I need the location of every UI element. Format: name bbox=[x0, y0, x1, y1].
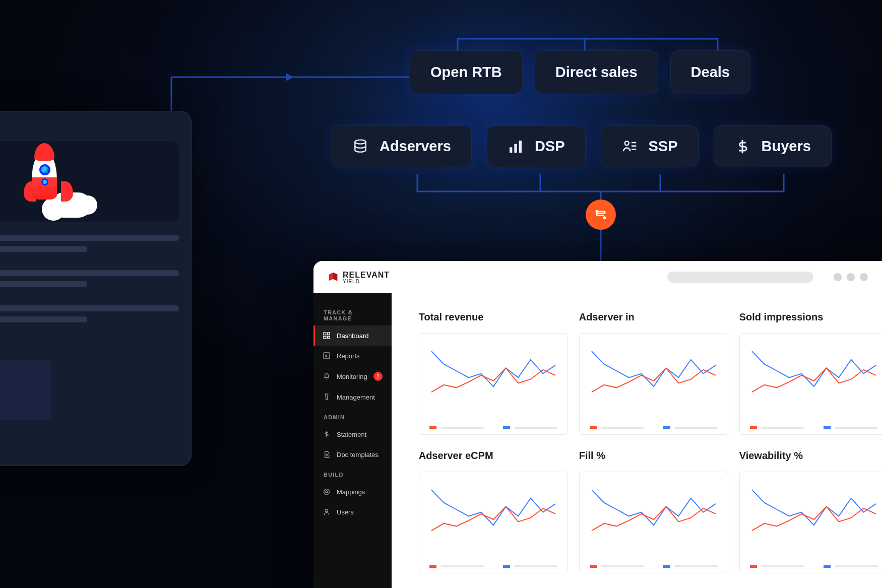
pill-label: SSP bbox=[649, 138, 678, 155]
svg-rect-11 bbox=[324, 333, 326, 335]
pill-label: Buyers bbox=[762, 138, 811, 155]
kpi-card[interactable] bbox=[739, 333, 882, 435]
dashboard-window: RELEVANT YIELD TRACK & MANAGE Dashboard … bbox=[313, 261, 882, 588]
svg-rect-13 bbox=[324, 336, 326, 339]
kpi-card[interactable] bbox=[739, 472, 882, 573]
sidebar-item-label: Reports bbox=[337, 352, 360, 360]
svg-point-19 bbox=[325, 509, 328, 512]
card-title: Viewability % bbox=[739, 450, 882, 462]
integration-hub-icon bbox=[586, 200, 616, 230]
brand-mark-icon bbox=[328, 272, 339, 283]
flashlight-icon bbox=[323, 393, 331, 401]
sidebar-section-heading: BUILD bbox=[313, 465, 392, 482]
spark-chart bbox=[429, 479, 557, 562]
addressbar-placeholder bbox=[667, 272, 813, 283]
sidebar-item-mappings[interactable]: Mappings bbox=[313, 482, 392, 502]
brand-logo: RELEVANT YIELD bbox=[328, 271, 390, 284]
person-list-icon bbox=[621, 139, 638, 155]
bar-chart-icon bbox=[508, 139, 524, 155]
spark-chart bbox=[429, 341, 557, 423]
card-legend bbox=[590, 565, 718, 568]
pill-label: Adservers bbox=[380, 138, 451, 155]
card-title: Total revenue bbox=[419, 311, 568, 323]
pill-direct-sales: Direct sales bbox=[535, 50, 658, 94]
dashboard-content: Total revenue Adserver in Sold impressio… bbox=[392, 293, 882, 588]
sidebar-item-reports[interactable]: Reports bbox=[313, 346, 392, 366]
svg-rect-12 bbox=[327, 333, 330, 335]
brand-main: RELEVANT bbox=[343, 271, 390, 279]
card-legend bbox=[750, 565, 878, 568]
grid-icon bbox=[323, 332, 331, 340]
card-legend bbox=[750, 426, 878, 429]
card-legend bbox=[429, 565, 557, 568]
card-legend bbox=[590, 426, 718, 429]
pill-buyers: Buyers bbox=[714, 125, 832, 167]
sidebar: TRACK & MANAGE Dashboard Reports Monitor… bbox=[313, 293, 392, 588]
kpi-card[interactable] bbox=[579, 472, 728, 573]
svg-point-10 bbox=[603, 216, 606, 219]
pill-deals: Deals bbox=[670, 50, 750, 94]
rocket-illustration bbox=[13, 146, 83, 217]
window-controls bbox=[834, 273, 868, 281]
svg-point-4 bbox=[624, 141, 628, 145]
sidebar-item-monitoring[interactable]: Monitoring 2 bbox=[313, 366, 392, 387]
sidebar-item-label: Dashboard bbox=[337, 332, 369, 340]
card-title: Adserver eCPM bbox=[419, 450, 568, 462]
svg-point-18 bbox=[326, 491, 328, 493]
window-header: RELEVANT YIELD bbox=[313, 261, 882, 293]
kpi-card[interactable] bbox=[419, 472, 568, 573]
spark-chart bbox=[590, 341, 718, 423]
pill-adservers: Adservers bbox=[332, 125, 472, 167]
document-icon bbox=[323, 450, 331, 459]
spark-chart bbox=[750, 479, 878, 562]
sidebar-item-label: Monitoring bbox=[337, 373, 367, 380]
sidebar-item-dashboard[interactable]: Dashboard bbox=[313, 325, 392, 346]
dollar-icon bbox=[734, 139, 750, 155]
dollar-icon bbox=[323, 430, 331, 438]
sidebar-item-label: Statement bbox=[337, 431, 366, 438]
pill-open-rtb: Open RTB bbox=[410, 50, 523, 94]
brand-sub: YIELD bbox=[343, 280, 390, 284]
sidebar-section-heading: TRACK & MANAGE bbox=[313, 302, 392, 325]
svg-rect-3 bbox=[519, 141, 522, 153]
sidebar-section-heading: ADMIN bbox=[313, 407, 392, 424]
svg-rect-2 bbox=[514, 144, 517, 152]
sidebar-item-label: Users bbox=[337, 508, 354, 516]
bell-icon bbox=[323, 372, 331, 380]
spark-chart bbox=[750, 341, 878, 423]
sidebar-item-users[interactable]: Users bbox=[313, 502, 392, 522]
user-icon bbox=[323, 508, 331, 516]
kpi-card[interactable] bbox=[579, 333, 728, 435]
sidebar-item-label: Management bbox=[337, 394, 375, 401]
svg-rect-14 bbox=[327, 336, 330, 339]
card-title: Fill % bbox=[579, 450, 728, 462]
sidebar-item-label: Doc templates bbox=[337, 451, 379, 459]
pill-ssp: SSP bbox=[601, 125, 699, 167]
chart-icon bbox=[323, 352, 331, 360]
svg-rect-1 bbox=[510, 147, 512, 153]
card-legend bbox=[429, 426, 557, 429]
svg-point-0 bbox=[355, 140, 365, 144]
pill-label: DSP bbox=[535, 138, 565, 155]
sidebar-item-statement[interactable]: Statement bbox=[313, 424, 392, 444]
card-title: Adserver in bbox=[579, 311, 728, 323]
pill-dsp: DSP bbox=[487, 125, 586, 167]
sidebar-item-management[interactable]: Management bbox=[313, 387, 392, 407]
svg-point-17 bbox=[324, 489, 330, 495]
background-browser-mock bbox=[0, 111, 192, 466]
sidebar-item-doc-templates[interactable]: Doc templates bbox=[313, 444, 392, 465]
sidebar-item-label: Mappings bbox=[337, 488, 365, 496]
target-icon bbox=[323, 488, 331, 496]
notification-badge: 2 bbox=[373, 372, 383, 381]
kpi-card[interactable] bbox=[419, 333, 568, 435]
spark-chart bbox=[590, 479, 718, 562]
card-title: Sold impressions bbox=[739, 311, 882, 323]
database-icon bbox=[352, 139, 368, 155]
